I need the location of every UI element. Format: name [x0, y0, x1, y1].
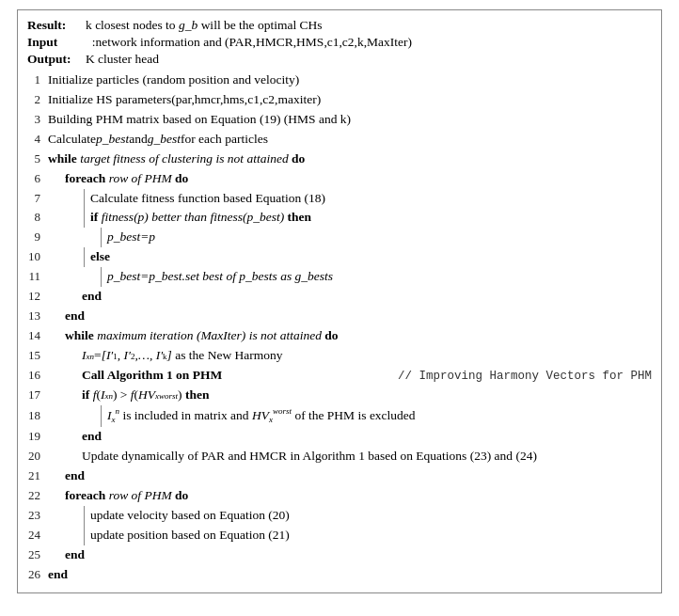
- line-26: 26 end: [27, 565, 652, 585]
- line-4: 4 Calculate p_best and g_best for each p…: [27, 130, 652, 150]
- input-text: :network information and (PAR,HMCR,HMS,c…: [86, 35, 652, 50]
- line-20: 20 Update dynamically of PAR and HMCR in…: [27, 447, 652, 466]
- line-6: 6 foreach row of PHM do: [27, 169, 652, 189]
- output-label: Output:: [27, 52, 86, 67]
- line-13: 13 end: [27, 307, 652, 326]
- line-5: 5 while target fitness of clustering is …: [27, 150, 652, 169]
- algorithm-lines: 1 Initialize particles (random position …: [27, 71, 652, 585]
- input-line: Input :network information and (PAR,HMCR…: [27, 35, 652, 50]
- line-25: 25 end: [27, 545, 652, 565]
- line-1: 1 Initialize particles (random position …: [27, 71, 652, 90]
- line-19: 19 end: [27, 427, 652, 447]
- output-text: K cluster head: [86, 52, 652, 67]
- line-8: 8 if fitness(p) better than fitness(p_be…: [27, 208, 652, 228]
- line-9: 9 p_best=p: [27, 228, 652, 247]
- line-16: 16 Call Algorithm 1 on PHM // Improving …: [27, 366, 652, 386]
- line-14: 14 while maximum iteration (MaxIter) is …: [27, 326, 652, 346]
- line-24: 24 update position based on Equation (21…: [27, 526, 652, 545]
- result-label: Result:: [27, 18, 86, 33]
- line-21: 21 end: [27, 466, 652, 486]
- line-18: 18 Ixn is included in matrix and HVxwors…: [27, 405, 652, 427]
- result-line: Result: k closest nodes to g_b will be t…: [27, 18, 652, 33]
- line-22: 22 foreach row of PHM do: [27, 486, 652, 506]
- line-11: 11 p_best=p_best.set best of p_bests as …: [27, 267, 652, 287]
- line-10: 10 else: [27, 247, 652, 267]
- line-12: 12 end: [27, 287, 652, 307]
- line-23: 23 update velocity based on Equation (20…: [27, 506, 652, 526]
- line-7: 7 Calculate fitness function based Equat…: [27, 189, 652, 209]
- line-2: 2 Initialize HS parameters(par,hmcr,hms,…: [27, 90, 652, 110]
- line-3: 3 Building PHM matrix based on Equation …: [27, 110, 652, 130]
- output-line: Output: K cluster head: [27, 52, 652, 67]
- line-17: 17 if f(Ixn) > f(HVxworst) then: [27, 386, 652, 405]
- result-text: k closest nodes to g_b will be the optim…: [86, 18, 652, 33]
- algorithm-box: Result: k closest nodes to g_b will be t…: [17, 9, 662, 593]
- line-15: 15 Ixn=[I′1, I′2,…, I′k] as the New Harm…: [27, 346, 652, 366]
- input-label: Input: [27, 35, 86, 50]
